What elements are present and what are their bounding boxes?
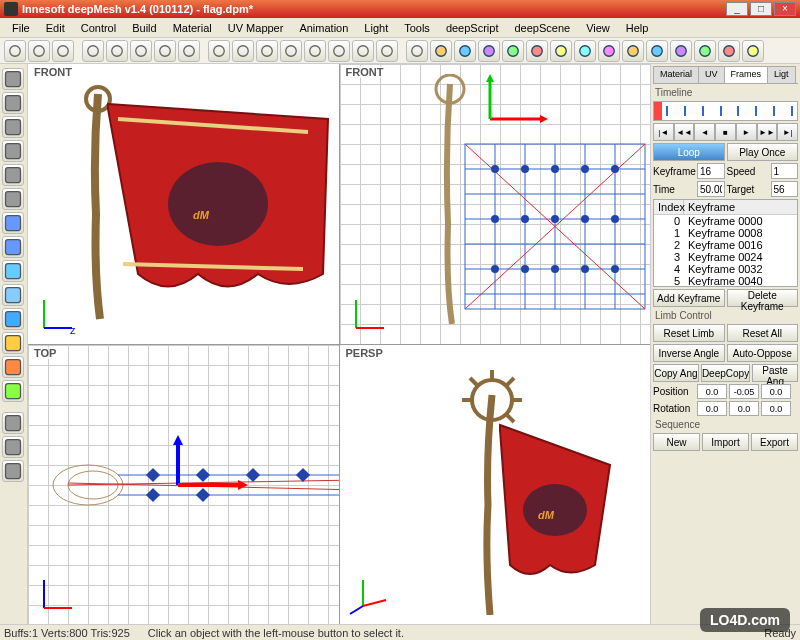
- goto-start-button[interactable]: |◄: [653, 123, 674, 141]
- speed-input[interactable]: [771, 163, 799, 179]
- loop-button[interactable]: Loop: [653, 143, 725, 161]
- pos-y-input[interactable]: [729, 384, 759, 399]
- redo-icon[interactable]: [178, 40, 200, 62]
- menu-material[interactable]: Material: [165, 20, 220, 36]
- deep-copy-button[interactable]: DeepCopy: [701, 364, 750, 382]
- shaded-icon[interactable]: [2, 308, 24, 330]
- menu-help[interactable]: Help: [618, 20, 657, 36]
- save-icon[interactable]: [52, 40, 74, 62]
- copy-ang-button[interactable]: Copy Ang: [653, 364, 699, 382]
- pos-x-input[interactable]: [697, 384, 727, 399]
- cursor-icon[interactable]: [2, 460, 24, 482]
- delete-keyframe-button[interactable]: Delete Keyframe: [727, 289, 799, 307]
- new-icon[interactable]: [4, 40, 26, 62]
- undo-icon[interactable]: [154, 40, 176, 62]
- pin-icon[interactable]: [742, 40, 764, 62]
- menu-control[interactable]: Control: [73, 20, 124, 36]
- rotate-view-icon[interactable]: [2, 140, 24, 162]
- keyframe-list[interactable]: IndexKeyframe 0Keyframe 00001Keyframe 00…: [653, 199, 798, 287]
- rot-y-input[interactable]: [729, 401, 759, 416]
- reset-limb-button[interactable]: Reset Limb: [653, 324, 725, 342]
- tab-uv[interactable]: UV: [698, 66, 725, 83]
- grid-icon[interactable]: [2, 212, 24, 234]
- select-icon[interactable]: [208, 40, 230, 62]
- rot-z-input[interactable]: [761, 401, 791, 416]
- cone-icon[interactable]: [526, 40, 548, 62]
- export-button[interactable]: Export: [751, 433, 798, 451]
- pan-icon[interactable]: [2, 92, 24, 114]
- torus-icon[interactable]: [550, 40, 572, 62]
- orbit-icon[interactable]: [2, 164, 24, 186]
- menu-light[interactable]: Light: [356, 20, 396, 36]
- keyframe-row[interactable]: 4Keyframe 0032: [654, 263, 797, 275]
- wire-icon[interactable]: [2, 284, 24, 306]
- keyframe-row[interactable]: 0Keyframe 0000: [654, 215, 797, 227]
- face-icon[interactable]: [352, 40, 374, 62]
- menu-build[interactable]: Build: [124, 20, 164, 36]
- copy-icon[interactable]: [106, 40, 128, 62]
- minimize-button[interactable]: _: [726, 2, 748, 16]
- mesh-icon[interactable]: [304, 40, 326, 62]
- pointer-icon[interactable]: [2, 68, 24, 90]
- goto-end-button[interactable]: ►|: [777, 123, 798, 141]
- timeline-scrubber[interactable]: [653, 101, 798, 121]
- prism-icon[interactable]: [598, 40, 620, 62]
- maximize-button[interactable]: □: [750, 2, 772, 16]
- step-fwd-button[interactable]: ►►: [757, 123, 778, 141]
- move-icon[interactable]: [232, 40, 254, 62]
- paste-icon[interactable]: [130, 40, 152, 62]
- menu-view[interactable]: View: [578, 20, 618, 36]
- quad-icon[interactable]: [2, 236, 24, 258]
- cube-icon[interactable]: [478, 40, 500, 62]
- keyframe-row[interactable]: 1Keyframe 0008: [654, 227, 797, 239]
- stop-button[interactable]: ■: [715, 123, 736, 141]
- star-icon[interactable]: [694, 40, 716, 62]
- pos-z-input[interactable]: [761, 384, 791, 399]
- tube-icon[interactable]: [574, 40, 596, 62]
- new-button[interactable]: New: [653, 433, 700, 451]
- menu-edit[interactable]: Edit: [38, 20, 73, 36]
- disc-icon[interactable]: [670, 40, 692, 62]
- keyframe-input[interactable]: [697, 163, 725, 179]
- inverse-angle-button[interactable]: Inverse Angle: [653, 344, 725, 362]
- vertex-icon[interactable]: [328, 40, 350, 62]
- viewport-top[interactable]: TOP: [28, 345, 339, 625]
- gear-icon[interactable]: [718, 40, 740, 62]
- keyframe-row[interactable]: 3Keyframe 0024: [654, 251, 797, 263]
- color-icon[interactable]: [2, 356, 24, 378]
- step-back-button[interactable]: ◄◄: [674, 123, 695, 141]
- import-button[interactable]: Import: [702, 433, 749, 451]
- play-back-button[interactable]: ◄: [694, 123, 715, 141]
- keyframe-row[interactable]: 5Keyframe 0040: [654, 275, 797, 287]
- menu-tools[interactable]: Tools: [396, 20, 438, 36]
- auto-oppose-button[interactable]: Auto-Oppose: [727, 344, 799, 362]
- menu-uv-mapper[interactable]: UV Mapper: [220, 20, 292, 36]
- open-icon[interactable]: [28, 40, 50, 62]
- rot-x-input[interactable]: [697, 401, 727, 416]
- tab-ligt[interactable]: Ligt: [767, 66, 796, 83]
- viewport-front-wire[interactable]: FRONT: [340, 64, 651, 344]
- cut-icon[interactable]: [82, 40, 104, 62]
- rotate-icon[interactable]: [256, 40, 278, 62]
- play-button[interactable]: ►: [736, 123, 757, 141]
- menu-animation[interactable]: Animation: [291, 20, 356, 36]
- scale-icon[interactable]: [280, 40, 302, 62]
- edge-icon[interactable]: [376, 40, 398, 62]
- menu-file[interactable]: File: [4, 20, 38, 36]
- light-icon[interactable]: [406, 40, 428, 62]
- menu-deepscene[interactable]: deepScene: [506, 20, 578, 36]
- target-input[interactable]: [771, 181, 799, 197]
- fit-icon[interactable]: [2, 188, 24, 210]
- plane-icon[interactable]: [646, 40, 668, 62]
- close-button[interactable]: ×: [774, 2, 796, 16]
- keyframe-row[interactable]: 2Keyframe 0016: [654, 239, 797, 251]
- play-once-button[interactable]: Play Once: [727, 143, 799, 161]
- render-icon[interactable]: [2, 380, 24, 402]
- axis-y-icon[interactable]: [2, 412, 24, 434]
- textured-icon[interactable]: [2, 332, 24, 354]
- tab-material[interactable]: Material: [653, 66, 699, 83]
- single-icon[interactable]: [2, 260, 24, 282]
- sphere-icon[interactable]: [454, 40, 476, 62]
- camera-icon[interactable]: [430, 40, 452, 62]
- tab-frames[interactable]: Frames: [724, 66, 769, 83]
